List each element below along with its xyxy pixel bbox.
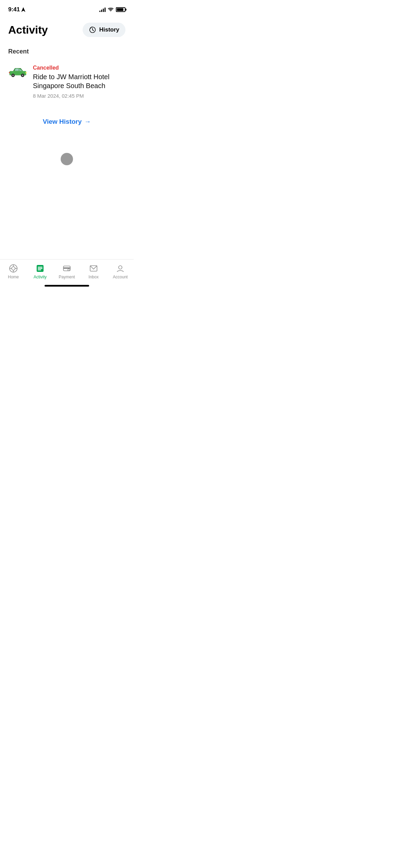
home-icon (9, 264, 18, 273)
car-icon (8, 66, 27, 77)
view-history-arrow: → (84, 118, 91, 125)
account-icon (116, 264, 125, 273)
home-bar (45, 285, 89, 287)
car-icon-wrap (8, 65, 27, 79)
tab-inbox[interactable]: Inbox (80, 264, 107, 279)
svg-rect-18 (38, 269, 41, 270)
tab-account-label: Account (113, 275, 127, 279)
svg-point-21 (68, 269, 70, 271)
view-history-label: View History (43, 118, 82, 125)
loading-indicator (61, 153, 73, 165)
activity-icon (35, 264, 45, 273)
view-history-wrap: View History → (8, 118, 125, 125)
tab-account[interactable]: Account (107, 264, 134, 279)
svg-point-4 (12, 74, 14, 76)
tab-payment-label: Payment (59, 275, 75, 279)
svg-point-23 (119, 266, 122, 269)
history-button[interactable]: History (83, 23, 125, 37)
battery-icon (116, 7, 125, 12)
page-header: Activity History (0, 17, 134, 43)
status-time: 9:41 (8, 6, 25, 13)
inbox-icon (89, 264, 98, 273)
tab-home[interactable]: Home (0, 264, 27, 279)
svg-rect-17 (38, 268, 42, 269)
status-bar: 9:41 (0, 0, 134, 17)
tab-home-label: Home (8, 275, 19, 279)
section-recent-label: Recent (8, 48, 125, 55)
activity-item[interactable]: Cancelled Ride to JW Marriott Hotel Sing… (8, 62, 125, 101)
tab-activity[interactable]: Activity (27, 264, 53, 279)
wifi-icon (108, 7, 114, 12)
status-icons (99, 7, 125, 12)
svg-rect-7 (25, 72, 27, 73)
activity-info: Cancelled Ride to JW Marriott Hotel Sing… (33, 65, 125, 99)
tab-inbox-label: Inbox (88, 275, 98, 279)
ride-destination: Ride to JW Marriott Hotel Singapore Sout… (33, 72, 125, 90)
location-arrow-icon (21, 7, 25, 12)
view-history-button[interactable]: View History → (43, 118, 91, 125)
page-title: Activity (8, 24, 48, 36)
svg-marker-0 (21, 7, 25, 12)
svg-rect-16 (38, 267, 42, 268)
activity-status: Cancelled (33, 65, 125, 71)
svg-rect-20 (63, 267, 70, 269)
payment-icon (62, 264, 72, 273)
history-clock-icon (89, 26, 96, 34)
signal-bars-icon (99, 7, 106, 12)
ride-datetime: 8 Mar 2024, 02:45 PM (33, 93, 125, 99)
svg-point-6 (22, 74, 24, 76)
svg-rect-8 (9, 72, 10, 73)
history-button-label: History (99, 26, 119, 33)
content-area: Recent Can (0, 43, 134, 171)
tab-activity-label: Activity (34, 275, 47, 279)
tab-payment[interactable]: Payment (53, 264, 80, 279)
svg-point-10 (12, 267, 15, 270)
